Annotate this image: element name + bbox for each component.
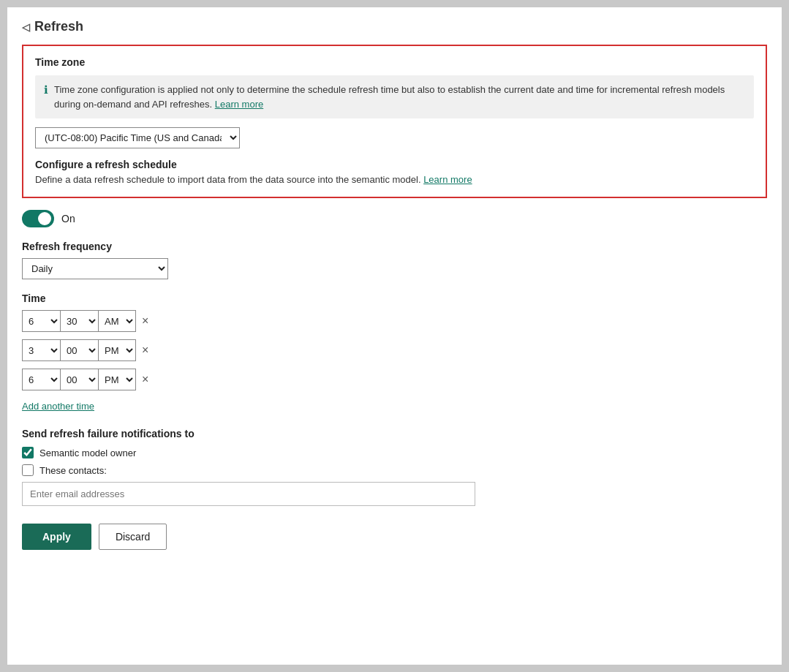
email-input[interactable]: [22, 482, 475, 506]
configure-learn-more-link[interactable]: Learn more: [423, 174, 472, 185]
toggle-label: On: [61, 213, 75, 224]
time-hour-1[interactable]: 612345789101112: [22, 310, 60, 332]
semantic-owner-checkbox[interactable]: [22, 447, 34, 458]
timezone-select[interactable]: (UTC-08:00) Pacific Time (US and Canada)…: [35, 127, 240, 148]
configure-schedule-title: Configure a refresh schedule: [35, 159, 754, 170]
timezone-label: Time zone: [35, 56, 754, 68]
time-label: Time: [22, 292, 767, 304]
time-remove-3[interactable]: ×: [142, 373, 148, 386]
time-row-3: 612345789101112 00153045 PMAM ×: [22, 369, 767, 390]
on-off-toggle[interactable]: [22, 210, 54, 227]
back-arrow-icon: ◁: [22, 21, 30, 33]
configure-schedule-desc: Define a data refresh schedule to import…: [35, 174, 754, 185]
semantic-owner-label: Semantic model owner: [39, 448, 136, 458]
timezone-section: Time zone ℹ Time zone configuration is a…: [22, 45, 767, 198]
semantic-owner-row: Semantic model owner: [22, 447, 767, 458]
time-ampm-1[interactable]: AMPM: [98, 310, 136, 332]
contacts-checkbox[interactable]: [22, 464, 34, 476]
time-minute-3[interactable]: 00153045: [60, 369, 98, 390]
contacts-row: These contacts:: [22, 464, 767, 476]
time-ampm-2[interactable]: PMAM: [98, 339, 136, 361]
time-row-1: 612345789101112 30001545 AMPM ×: [22, 310, 767, 332]
add-another-time-link[interactable]: Add another time: [22, 401, 94, 412]
time-hour-2[interactable]: 312456789101112: [22, 339, 60, 361]
time-minute-2[interactable]: 00153045: [60, 339, 98, 361]
contacts-label: These contacts:: [39, 465, 107, 476]
time-minute-1[interactable]: 30001545: [60, 310, 98, 332]
button-row: Apply Discard: [22, 524, 767, 550]
frequency-select[interactable]: Daily Weekly: [22, 258, 168, 279]
time-row-2: 312456789101112 00153045 PMAM ×: [22, 339, 767, 361]
frequency-label: Refresh frequency: [22, 241, 767, 252]
toggle-knob: [38, 212, 51, 225]
info-learn-more-link[interactable]: Learn more: [215, 99, 263, 110]
apply-button[interactable]: Apply: [22, 524, 91, 550]
info-box: ℹ Time zone configuration is applied not…: [35, 75, 754, 118]
main-panel: ◁ Refresh Time zone ℹ Time zone configur…: [7, 7, 782, 665]
time-remove-2[interactable]: ×: [142, 344, 148, 357]
discard-button[interactable]: Discard: [99, 524, 167, 550]
notifications-label: Send refresh failure notifications to: [22, 428, 767, 439]
time-ampm-3[interactable]: PMAM: [98, 369, 136, 390]
info-text: Time zone configuration is applied not o…: [54, 83, 745, 111]
info-icon: ℹ: [44, 83, 48, 97]
time-remove-1[interactable]: ×: [142, 314, 148, 328]
page-title: ◁ Refresh: [22, 19, 767, 34]
toggle-row: On: [22, 210, 767, 227]
time-hour-3[interactable]: 612345789101112: [22, 369, 60, 390]
